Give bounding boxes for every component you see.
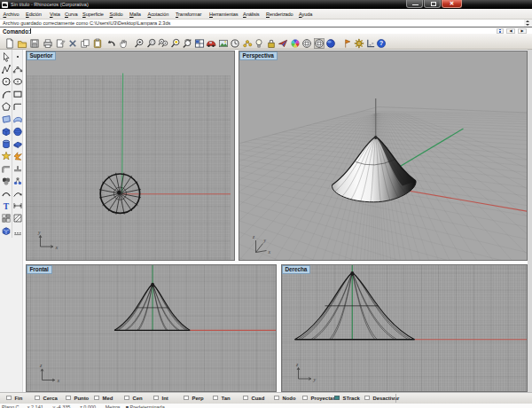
svg-text:T: T: [4, 202, 10, 211]
svg-text:x: x: [267, 248, 270, 254]
svg-text:?: ?: [379, 39, 384, 47]
svg-text:y: y: [312, 376, 316, 381]
svg-text:x: x: [56, 378, 59, 383]
svg-text:x: x: [54, 244, 58, 249]
svg-text:y: y: [262, 238, 266, 243]
svg-text:z: z: [252, 234, 255, 239]
svg-text:z: z: [295, 361, 299, 366]
svg-text:z: z: [39, 363, 43, 368]
svg-text:y: y: [37, 229, 41, 234]
